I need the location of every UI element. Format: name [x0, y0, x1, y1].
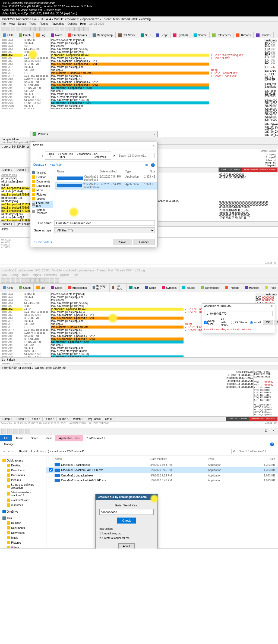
- tab-graph[interactable]: Graph: [16, 284, 34, 292]
- refresh-icon[interactable]: ⟳: [233, 450, 235, 453]
- toolbar-btn[interactable]: [79, 27, 84, 31]
- tab-source[interactable]: Source: [191, 32, 210, 38]
- tab-references[interactable]: References: [210, 32, 233, 38]
- qat-btn[interactable]: [7, 429, 12, 434]
- folder-tree[interactable]: This PC Desktop Documents Downloads Musi…: [30, 169, 55, 218]
- tab-handles[interactable]: Handles: [242, 284, 262, 292]
- filename-input[interactable]: [54, 220, 155, 226]
- breadcrumb[interactable]: ›This PC ›Local Disk (C:) ›crackmes ›12-…: [45, 151, 111, 160]
- tree-system-reserved[interactable]: System Reserved: [32, 208, 53, 215]
- toolbar-btn[interactable]: [26, 27, 30, 31]
- tree-folder[interactable]: crackme90-upx: [2, 498, 44, 503]
- tab-memory[interactable]: Memory Map: [90, 284, 110, 292]
- toolbar-btn[interactable]: [50, 278, 54, 283]
- toolbar-btn[interactable]: [55, 278, 59, 283]
- save-button[interactable]: Save: [113, 239, 132, 245]
- close-icon[interactable]: ×: [154, 133, 155, 136]
- tab-callstack[interactable]: Call Stack: [110, 284, 127, 292]
- tree-pictures[interactable]: Pictures: [2, 540, 44, 545]
- tab-handles[interactable]: Handles: [254, 32, 274, 38]
- toolbar-btn[interactable]: [60, 27, 64, 31]
- col-size[interactable]: Size: [143, 170, 155, 173]
- toolbar-btn[interactable]: [40, 278, 45, 283]
- toolbar-btn[interactable]: [6, 27, 10, 31]
- tab-breakpoints[interactable]: Breakpoints: [65, 284, 90, 292]
- nav-forward-icon[interactable]: →: [37, 154, 40, 157]
- organize-menu[interactable]: Organize ▾: [33, 163, 46, 167]
- col-type[interactable]: Type: [125, 170, 143, 173]
- toolbar-btn[interactable]: [11, 27, 15, 31]
- close-icon[interactable]: ×: [154, 496, 155, 499]
- tab-cpu[interactable]: CPU: [0, 284, 16, 292]
- toolbar-btn[interactable]: [30, 27, 35, 31]
- assemble-input[interactable]: [204, 311, 273, 316]
- qat-btn[interactable]: [25, 429, 30, 434]
- disassembly-pane[interactable]: 00403A4400403A4700403A4A00403A5100403A56…: [0, 38, 264, 109]
- locals-tab-bottom[interactable]: [x=] Locals: [15, 222, 32, 226]
- menu-options[interactable]: Options: [68, 22, 77, 25]
- close-icon[interactable]: ×: [153, 144, 155, 148]
- toolbar-btn[interactable]: [1, 278, 5, 283]
- toolbar-btn[interactable]: [50, 27, 54, 31]
- menu-options[interactable]: Options: [60, 274, 69, 277]
- locals-tab[interactable]: [x=] Locals: [85, 417, 103, 421]
- menu-trace[interactable]: Trace: [22, 274, 29, 277]
- toolbar-btn[interactable]: [16, 27, 20, 31]
- tab-trace[interactable]: Trace: [262, 284, 278, 292]
- tree-pictures[interactable]: Pictures: [2, 478, 44, 482]
- tab-notes[interactable]: Notes: [48, 32, 65, 38]
- tab-log[interactable]: Log: [34, 32, 48, 38]
- menu-plugins[interactable]: Plugins: [32, 274, 41, 277]
- asmjit-radio[interactable]: asmjit: [250, 321, 261, 324]
- refresh-icon[interactable]: ⟳: [113, 154, 115, 157]
- cancel-button[interactable]: Cancel: [274, 320, 278, 325]
- tab-script[interactable]: Script: [153, 32, 170, 38]
- nav-up-icon[interactable]: ↑: [12, 450, 13, 453]
- toolbar-btn[interactable]: [6, 278, 10, 283]
- tree-downloads[interactable]: Downloads: [32, 184, 53, 188]
- col-type[interactable]: Type: [208, 457, 246, 460]
- menu-debug[interactable]: Debug: [11, 274, 18, 277]
- toolbar-btn[interactable]: [84, 27, 89, 31]
- file-row[interactable]: CrackMe11-packed-PATCHED.exe 1/7/2020 8:…: [46, 467, 278, 473]
- tree-network[interactable]: Network: [32, 217, 53, 218]
- tree-quick-access[interactable]: Quick access: [2, 458, 44, 463]
- file-checkbox[interactable]: [49, 468, 53, 472]
- keep-size-checkbox[interactable]: Keep Size: [204, 320, 214, 326]
- tab-symbols[interactable]: Symbols: [159, 284, 179, 292]
- menu-help[interactable]: Help: [80, 22, 86, 25]
- tab-seh[interactable]: SEH: [138, 32, 154, 38]
- menu-help[interactable]: Help: [72, 274, 78, 277]
- tree-local-disk[interactable]: Local Disk (C:): [32, 201, 53, 208]
- tab-callstack[interactable]: Call Stack: [116, 32, 138, 38]
- nav-back-icon[interactable]: ←: [3, 450, 6, 453]
- watch-tab-bottom[interactable]: Watch 1: [0, 222, 15, 226]
- tree-documents[interactable]: Documents: [2, 473, 44, 478]
- check-button[interactable]: Check: [117, 518, 135, 524]
- about-button[interactable]: About: [118, 543, 135, 549]
- xedparse-radio[interactable]: XEDParse: [231, 321, 248, 324]
- tab-threads[interactable]: Threads: [233, 32, 254, 38]
- dump-tab[interactable]: Dump 4: [43, 417, 57, 421]
- menu-debug[interactable]: Debug: [18, 22, 26, 25]
- search-input[interactable]: [117, 153, 155, 158]
- toolbar-btn[interactable]: [21, 27, 25, 31]
- new-folder-button[interactable]: New folder: [49, 163, 62, 167]
- dump-tab[interactable]: Dump 3: [29, 417, 43, 421]
- toolbar-btn[interactable]: [40, 27, 45, 31]
- tab-cpu[interactable]: CPU: [0, 32, 16, 38]
- nav-forward-icon[interactable]: →: [7, 450, 10, 453]
- file-row[interactable]: CrackMe11-packed.exe 3/7/2020 7:54 PM Ap…: [55, 174, 157, 182]
- tab-breakpoints[interactable]: Breakpoints: [65, 32, 90, 38]
- col-size[interactable]: Size: [246, 457, 275, 460]
- tree-this-pc[interactable]: This PC: [2, 516, 44, 521]
- toolbar-btn[interactable]: [35, 27, 40, 31]
- menu-favourites[interactable]: Favourites: [44, 274, 57, 277]
- toolbar-btn[interactable]: [65, 27, 69, 31]
- toolbar-btn[interactable]: [55, 27, 59, 31]
- tree-music[interactable]: Music: [32, 188, 53, 192]
- menu-view[interactable]: View: [9, 22, 15, 25]
- tree-downloads[interactable]: Downloads: [2, 530, 44, 535]
- tree-music[interactable]: Music: [2, 535, 44, 540]
- minimize-icon[interactable]: —: [255, 429, 262, 434]
